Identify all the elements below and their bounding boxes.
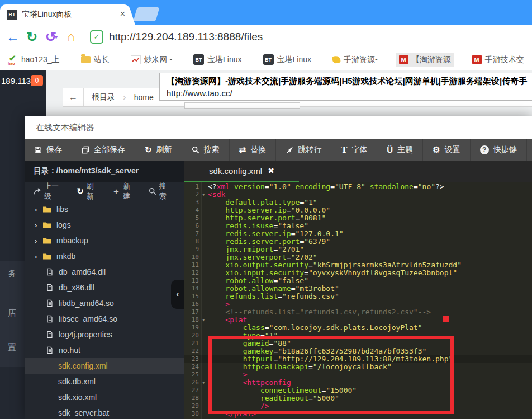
tree-item-sdk.xio.xml[interactable]: sdk.xio.xml (25, 389, 184, 405)
replace-button[interactable]: ⇄替换 (230, 139, 277, 161)
tree-refresh-button[interactable]: ↻刷新 (77, 181, 101, 201)
line-number: 27 (184, 387, 201, 394)
chevron-right-icon[interactable]: › (35, 252, 42, 261)
tree-item-libdb_amd64.so[interactable]: libdb_amd64.so (25, 295, 184, 311)
tree-item-mkdb[interactable]: ›mkdb (25, 248, 184, 264)
settings-button[interactable]: ⚙设置 (423, 139, 470, 161)
tree-item-db_x86.dll[interactable]: db_x86.dll (25, 280, 184, 295)
tree-item-logs[interactable]: ›logs (25, 217, 184, 233)
font-button[interactable]: T字体 (331, 139, 377, 161)
search-button[interactable]: 搜索 (182, 139, 230, 161)
breadcrumb-back-icon[interactable]: ← (63, 88, 84, 106)
panel-collapse-handle[interactable]: ‹ (171, 280, 184, 309)
line-number: 10 (184, 253, 201, 261)
sidebar-item[interactable]: 置 (8, 342, 16, 353)
screen: BT 宝塔Linux面板 × ← ↻ ↺ ▾ ⌂ ✓ http://129.20… (0, 0, 532, 419)
bookmark-item[interactable]: BT宝塔Linux (260, 52, 315, 67)
breadcrumb-item[interactable]: 根目录 (84, 88, 123, 106)
line-number: 2▾ (184, 191, 201, 199)
message-badge[interactable]: 0 (31, 75, 43, 86)
sidebar-item[interactable]: 店 (8, 308, 16, 318)
editor-toolbar: 保存全部保存↻刷新搜索⇄替换跳转行T字体Ü主题⚙设置?快捷键 (25, 139, 532, 161)
code-text: default.plat.type="1" (201, 199, 317, 206)
tab-close-icon[interactable]: ✖ (268, 166, 274, 175)
tree-item-libs[interactable]: ›libs (25, 201, 184, 217)
tree-item-label: sdk.xio.xml (58, 393, 97, 402)
chevron-right-icon[interactable]: › (35, 237, 42, 245)
m-bookmark-icon: M (472, 55, 482, 64)
save-button[interactable]: 保存 (25, 139, 72, 161)
code-line: 12 xio.input.security="oyvxyskVhnydfl8vg… (184, 269, 532, 277)
bookmark-item[interactable]: M【淘游资源 (396, 53, 454, 67)
tree-item-label: logs (56, 220, 71, 229)
home-button[interactable]: ⌂ (61, 29, 80, 45)
button-label: 搜索 (159, 181, 173, 201)
tree-item-sdk.config.xml[interactable]: sdk.config.xml (25, 358, 184, 374)
address-bar[interactable]: http://129.204.189.113:8888/files (109, 31, 263, 43)
line-number: 16 (184, 300, 201, 308)
code-area[interactable]: 1<?xml version="1.0" encoding="UTF-8" st… (184, 182, 532, 419)
line-number: 20 (184, 332, 201, 340)
folder-icon (42, 252, 51, 261)
line-number: 19 (184, 324, 201, 332)
code-line: 17 <!--refunds.list="refunds1.csv,refund… (184, 308, 532, 316)
sidebar-item[interactable]: 务 (8, 269, 16, 279)
tree-item-sdk_server.bat[interactable]: sdk_server.bat (25, 405, 184, 419)
tree-item-libsec_amd64.so[interactable]: libsec_amd64.so (25, 311, 184, 327)
bookmark-item[interactable]: 炒米网 - (127, 53, 176, 67)
line-number: 7 (184, 230, 201, 238)
chevron-right-icon[interactable]: › (35, 205, 42, 214)
tree-item-no.hut[interactable]: no.hut (25, 342, 184, 358)
chevron-right-icon[interactable]: › (35, 221, 42, 229)
security-shield-icon[interactable]: ✓ (90, 30, 103, 44)
refresh-button[interactable]: ↻刷新 (135, 139, 182, 161)
bookmark-item[interactable]: 站长 (78, 53, 113, 67)
back-button[interactable]: ← (3, 29, 22, 45)
tree-item-db_amd64.dll[interactable]: db_amd64.dll (25, 264, 184, 280)
bookmark-label: 手游资源- (344, 55, 378, 65)
tree-item-sdk.db.xml[interactable]: sdk.db.xml (25, 374, 184, 389)
fold-icon[interactable]: ▾ (202, 316, 205, 324)
tree-item-log4j.properties[interactable]: log4j.properties (25, 327, 184, 342)
fold-icon[interactable]: ▾ (202, 379, 205, 387)
bookmark-item[interactable]: 手游资源- (329, 53, 381, 67)
button-label: 全部保存 (94, 145, 125, 155)
font-t-icon: T (341, 145, 347, 155)
button-label: 替换 (250, 145, 266, 155)
annotation-dot (443, 316, 449, 322)
bookmark-label: 站长 (94, 55, 110, 65)
button-label: 保存 (46, 145, 62, 155)
code-text: redis.server.ip="127.0.0.1" (201, 230, 344, 238)
m-bookmark-icon: M (399, 55, 408, 64)
tree-item-mbackup[interactable]: ›mbackup (25, 233, 184, 248)
tree-up-level-button[interactable]: 上一级 (34, 181, 65, 201)
fold-icon[interactable]: ▾ (202, 191, 205, 199)
tree-search-button[interactable]: 搜索 (149, 181, 173, 201)
bookmark-item[interactable]: M手游技术交 (469, 53, 528, 67)
line-number: 18▾ (184, 316, 201, 324)
line-number: 13 (184, 277, 201, 285)
goto-line-button[interactable]: 跳转行 (276, 139, 331, 161)
tree-new-button[interactable]: ＋新建 (112, 181, 137, 201)
save-all-button[interactable]: 全部保存 (72, 139, 135, 161)
new-tab-button[interactable] (133, 7, 159, 21)
undo-dropdown-icon[interactable]: ▾ (55, 34, 61, 40)
line-number: 28 (184, 394, 201, 402)
editor-tab-active[interactable]: sdk.config.xml ✖ (184, 161, 299, 182)
breadcrumb-item[interactable]: home (126, 88, 162, 106)
code-editor[interactable]: sdk.config.xml ✖ 1<?xml version="1.0" en… (184, 161, 532, 419)
bookmark-item[interactable]: ✔haohao123_上 (4, 53, 63, 67)
line-number: 22 (184, 347, 201, 355)
bookmark-item[interactable]: BT宝塔Linux (190, 52, 245, 67)
hotkeys-button[interactable]: ?快捷键 (471, 139, 527, 161)
bt-bookmark-icon: BT (263, 54, 274, 65)
tab-close-icon[interactable]: × (120, 9, 125, 19)
theme-button[interactable]: Ü主题 (377, 139, 423, 161)
code-line: 9 jmx.rmiport="2701" (184, 246, 532, 253)
button-label: 上一级 (44, 181, 65, 201)
tree-item-label: db_x86.dll (59, 283, 94, 292)
toolbar-sliver (184, 102, 300, 109)
reload-button[interactable]: ↻ (22, 29, 41, 45)
browser-tab[interactable]: BT 宝塔Linux面板 × (0, 4, 124, 25)
code-line: 3 default.plat.type="1" (184, 199, 532, 206)
